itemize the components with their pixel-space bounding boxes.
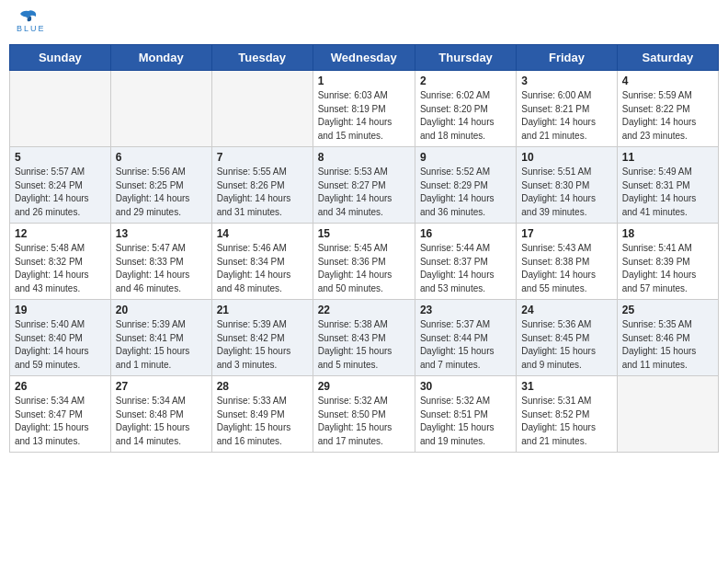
calendar-cell-0-3: 1Sunrise: 6:03 AM Sunset: 8:19 PM Daylig…	[313, 71, 415, 147]
calendar-week-1: 1Sunrise: 6:03 AM Sunset: 8:19 PM Daylig…	[10, 71, 719, 147]
calendar-cell-4-3: 29Sunrise: 5:32 AM Sunset: 8:50 PM Dayli…	[313, 376, 415, 453]
day-info: Sunrise: 5:34 AM Sunset: 8:47 PM Dayligh…	[15, 395, 106, 448]
calendar-cell-3-3: 22Sunrise: 5:38 AM Sunset: 8:43 PM Dayli…	[313, 300, 415, 376]
day-info: Sunrise: 5:38 AM Sunset: 8:43 PM Dayligh…	[318, 318, 410, 372]
day-number: 7	[217, 151, 308, 164]
calendar-header-row: Sunday Monday Tuesday Wednesday Thursday…	[10, 45, 719, 71]
day-number: 8	[318, 151, 410, 164]
day-info: Sunrise: 5:32 AM Sunset: 8:50 PM Dayligh…	[318, 395, 410, 448]
header-saturday: Saturday	[617, 45, 718, 71]
day-number: 30	[420, 380, 511, 393]
day-info: Sunrise: 6:00 AM Sunset: 8:21 PM Dayligh…	[521, 89, 611, 143]
calendar-cell-2-5: 17Sunrise: 5:43 AM Sunset: 8:38 PM Dayli…	[517, 224, 617, 300]
calendar-week-5: 26Sunrise: 5:34 AM Sunset: 8:47 PM Dayli…	[10, 376, 719, 453]
header-tuesday: Tuesday	[211, 45, 313, 71]
day-info: Sunrise: 5:39 AM Sunset: 8:42 PM Dayligh…	[217, 318, 308, 372]
calendar-cell-2-3: 15Sunrise: 5:45 AM Sunset: 8:36 PM Dayli…	[313, 224, 415, 300]
calendar-cell-2-4: 16Sunrise: 5:44 AM Sunset: 8:37 PM Dayli…	[415, 224, 516, 300]
header-monday: Monday	[110, 45, 211, 71]
day-number: 31	[521, 380, 611, 393]
day-info: Sunrise: 5:47 AM Sunset: 8:33 PM Dayligh…	[116, 242, 207, 295]
calendar-table: Sunday Monday Tuesday Wednesday Thursday…	[9, 44, 719, 453]
calendar-cell-3-6: 25Sunrise: 5:35 AM Sunset: 8:46 PM Dayli…	[617, 300, 718, 376]
calendar-cell-0-1	[110, 71, 211, 147]
calendar-cell-1-1: 6Sunrise: 5:56 AM Sunset: 8:25 PM Daylig…	[110, 147, 211, 224]
calendar-week-3: 12Sunrise: 5:48 AM Sunset: 8:32 PM Dayli…	[10, 224, 719, 300]
day-number: 21	[217, 304, 308, 316]
calendar-cell-2-6: 18Sunrise: 5:41 AM Sunset: 8:39 PM Dayli…	[617, 224, 718, 300]
day-number: 2	[420, 75, 511, 87]
day-number: 5	[15, 151, 106, 164]
day-info: Sunrise: 5:56 AM Sunset: 8:25 PM Dayligh…	[116, 166, 207, 219]
calendar-cell-1-3: 8Sunrise: 5:53 AM Sunset: 8:27 PM Daylig…	[313, 147, 415, 224]
calendar-cell-4-5: 31Sunrise: 5:31 AM Sunset: 8:52 PM Dayli…	[517, 376, 617, 453]
header-thursday: Thursday	[415, 45, 516, 71]
day-info: Sunrise: 5:48 AM Sunset: 8:32 PM Dayligh…	[15, 242, 106, 295]
day-info: Sunrise: 5:40 AM Sunset: 8:40 PM Dayligh…	[15, 318, 106, 372]
day-number: 27	[116, 380, 207, 393]
calendar-cell-2-2: 14Sunrise: 5:46 AM Sunset: 8:34 PM Dayli…	[211, 224, 313, 300]
day-info: Sunrise: 5:44 AM Sunset: 8:37 PM Dayligh…	[420, 242, 511, 295]
day-number: 28	[217, 380, 308, 393]
day-number: 6	[116, 151, 207, 164]
logo-subtitle: BLUE	[17, 24, 46, 33]
day-info: Sunrise: 5:41 AM Sunset: 8:39 PM Dayligh…	[622, 242, 713, 295]
calendar-cell-1-5: 10Sunrise: 5:51 AM Sunset: 8:30 PM Dayli…	[517, 147, 617, 224]
day-info: Sunrise: 5:52 AM Sunset: 8:29 PM Dayligh…	[420, 166, 511, 219]
day-number: 19	[15, 304, 106, 316]
day-number: 29	[318, 380, 410, 393]
day-number: 22	[318, 304, 410, 316]
day-info: Sunrise: 5:37 AM Sunset: 8:44 PM Dayligh…	[420, 318, 511, 372]
header-friday: Friday	[517, 45, 617, 71]
calendar-cell-3-5: 24Sunrise: 5:36 AM Sunset: 8:45 PM Dayli…	[517, 300, 617, 376]
calendar-cell-0-6: 4Sunrise: 5:59 AM Sunset: 8:22 PM Daylig…	[617, 71, 718, 147]
day-info: Sunrise: 5:51 AM Sunset: 8:30 PM Dayligh…	[521, 166, 611, 219]
day-info: Sunrise: 6:03 AM Sunset: 8:19 PM Dayligh…	[318, 89, 410, 143]
day-info: Sunrise: 5:55 AM Sunset: 8:26 PM Dayligh…	[217, 166, 308, 219]
day-number: 1	[318, 75, 410, 87]
calendar-cell-4-2: 28Sunrise: 5:33 AM Sunset: 8:49 PM Dayli…	[211, 376, 313, 453]
calendar-cell-0-5: 3Sunrise: 6:00 AM Sunset: 8:21 PM Daylig…	[517, 71, 617, 147]
calendar-cell-4-4: 30Sunrise: 5:32 AM Sunset: 8:51 PM Dayli…	[415, 376, 516, 453]
day-info: Sunrise: 5:59 AM Sunset: 8:22 PM Dayligh…	[622, 89, 713, 143]
calendar-cell-2-1: 13Sunrise: 5:47 AM Sunset: 8:33 PM Dayli…	[110, 224, 211, 300]
day-number: 15	[318, 227, 410, 240]
day-number: 10	[521, 151, 611, 164]
day-number: 23	[420, 304, 511, 316]
calendar-cell-3-4: 23Sunrise: 5:37 AM Sunset: 8:44 PM Dayli…	[415, 300, 516, 376]
day-info: Sunrise: 5:46 AM Sunset: 8:34 PM Dayligh…	[217, 242, 308, 295]
day-info: Sunrise: 5:45 AM Sunset: 8:36 PM Dayligh…	[318, 242, 410, 295]
day-info: Sunrise: 5:36 AM Sunset: 8:45 PM Dayligh…	[521, 318, 611, 372]
header-wednesday: Wednesday	[313, 45, 415, 71]
day-number: 26	[15, 380, 106, 393]
day-number: 16	[420, 227, 511, 240]
logo: BLUE	[17, 13, 46, 33]
calendar-cell-1-0: 5Sunrise: 5:57 AM Sunset: 8:24 PM Daylig…	[10, 147, 111, 224]
page-header: BLUE	[9, 9, 719, 37]
day-info: Sunrise: 6:02 AM Sunset: 8:20 PM Dayligh…	[420, 89, 511, 143]
day-number: 12	[15, 227, 106, 240]
calendar-cell-3-0: 19Sunrise: 5:40 AM Sunset: 8:40 PM Dayli…	[10, 300, 111, 376]
calendar-cell-4-1: 27Sunrise: 5:34 AM Sunset: 8:48 PM Dayli…	[110, 376, 211, 453]
day-info: Sunrise: 5:33 AM Sunset: 8:49 PM Dayligh…	[217, 395, 308, 448]
day-info: Sunrise: 5:39 AM Sunset: 8:41 PM Dayligh…	[116, 318, 207, 372]
day-number: 9	[420, 151, 511, 164]
day-info: Sunrise: 5:34 AM Sunset: 8:48 PM Dayligh…	[116, 395, 207, 448]
day-number: 18	[622, 227, 713, 240]
calendar-cell-2-0: 12Sunrise: 5:48 AM Sunset: 8:32 PM Dayli…	[10, 224, 111, 300]
day-number: 14	[217, 227, 308, 240]
day-number: 11	[622, 151, 713, 164]
day-number: 17	[521, 227, 611, 240]
day-number: 4	[622, 75, 713, 87]
day-info: Sunrise: 5:43 AM Sunset: 8:38 PM Dayligh…	[521, 242, 611, 295]
day-number: 25	[622, 304, 713, 316]
day-info: Sunrise: 5:32 AM Sunset: 8:51 PM Dayligh…	[420, 395, 511, 448]
calendar-cell-0-4: 2Sunrise: 6:02 AM Sunset: 8:20 PM Daylig…	[415, 71, 516, 147]
day-number: 20	[116, 304, 207, 316]
day-number: 13	[116, 227, 207, 240]
calendar-cell-1-6: 11Sunrise: 5:49 AM Sunset: 8:31 PM Dayli…	[617, 147, 718, 224]
calendar-cell-4-0: 26Sunrise: 5:34 AM Sunset: 8:47 PM Dayli…	[10, 376, 111, 453]
calendar-week-4: 19Sunrise: 5:40 AM Sunset: 8:40 PM Dayli…	[10, 300, 719, 376]
day-info: Sunrise: 5:53 AM Sunset: 8:27 PM Dayligh…	[318, 166, 410, 219]
day-info: Sunrise: 5:31 AM Sunset: 8:52 PM Dayligh…	[521, 395, 611, 448]
